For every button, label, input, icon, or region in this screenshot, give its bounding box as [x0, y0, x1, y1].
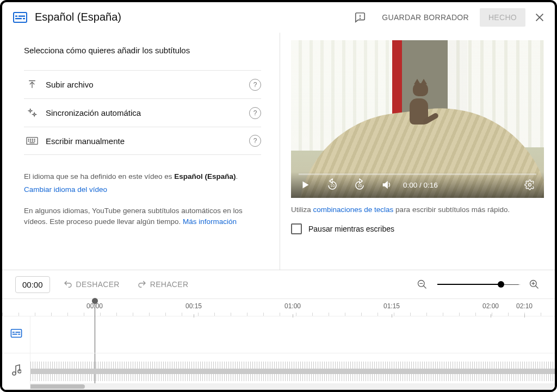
method-upload-file[interactable]: Subir archivo ?	[24, 70, 261, 98]
timeline-tick: 02:00	[482, 302, 499, 310]
method-label: Escribir manualmente	[46, 136, 249, 146]
timeline-ruler[interactable]: 00:00 00:15 01:00 01:15 02:00 02:10	[2, 299, 555, 316]
zoom-slider[interactable]	[437, 281, 519, 288]
svg-line-28	[536, 286, 539, 289]
svg-point-23	[529, 184, 531, 186]
svg-point-6	[360, 18, 361, 18]
language-title: Español (España)	[35, 11, 121, 23]
subtitles-icon	[13, 12, 27, 23]
feedback-button[interactable]	[349, 7, 371, 28]
header: Español (España) GUARDAR BORRADOR HECHO	[2, 2, 555, 33]
video-preview[interactable]: 10 10 0:00 / 0:16	[291, 40, 544, 198]
svg-point-13	[30, 139, 31, 140]
svg-rect-4	[18, 15, 25, 16]
right-panel: 10 10 0:00 / 0:16 Utiliza combinaciones …	[280, 33, 555, 270]
upload-icon	[24, 79, 40, 90]
svg-point-15	[34, 139, 35, 140]
done-button[interactable]: HECHO	[480, 8, 525, 27]
method-auto-sync[interactable]: Sincronización automática ?	[24, 98, 261, 127]
more-info-link[interactable]: Más información	[183, 217, 237, 226]
timeline[interactable]: 00:00 00:15 01:00 01:15 02:00 02:10	[2, 298, 555, 390]
horizontal-scrollbar[interactable]	[2, 383, 555, 390]
pause-while-typing-checkbox[interactable]	[291, 223, 302, 234]
svg-text:10: 10	[357, 184, 362, 188]
video-time: 0:00 / 0:16	[403, 181, 438, 189]
change-language-link[interactable]: Cambiar idioma del vídeo	[24, 184, 261, 195]
svg-point-17	[30, 141, 31, 141]
subtitle-track-row[interactable]	[30, 316, 555, 353]
forward-10-icon[interactable]: 10	[351, 176, 368, 194]
timeline-tick: 00:15	[185, 302, 202, 310]
timeline-tick: 01:00	[284, 302, 301, 310]
close-button[interactable]	[529, 7, 550, 28]
keyboard-shortcuts-link[interactable]: combinaciones de teclas	[313, 206, 394, 214]
undo-button[interactable]: DESHACER	[59, 276, 124, 293]
timeline-tick: 02:10	[516, 302, 533, 310]
svg-rect-2	[23, 18, 25, 19]
method-type-manually[interactable]: Escribir manualmente ?	[24, 127, 261, 155]
volume-icon[interactable]	[378, 176, 395, 194]
settings-gear-icon[interactable]	[521, 176, 539, 194]
svg-point-19	[34, 141, 35, 141]
help-icon[interactable]: ?	[249, 135, 261, 147]
auto-subtitles-info: En algunos idiomas, YouTube genera subtí…	[24, 206, 261, 228]
svg-point-14	[32, 139, 33, 140]
play-icon[interactable]	[296, 176, 314, 194]
svg-text:10: 10	[330, 184, 335, 188]
left-panel: Selecciona cómo quieres añadir los subtí…	[2, 33, 280, 270]
svg-rect-0	[14, 13, 27, 22]
help-icon[interactable]: ?	[249, 79, 261, 91]
svg-line-25	[424, 286, 426, 289]
svg-rect-32	[12, 334, 17, 335]
svg-rect-31	[11, 329, 21, 337]
keyboard-hint: Utiliza combinaciones de teclas para esc…	[280, 198, 555, 216]
subtitles-track-icon[interactable]	[10, 329, 22, 340]
rewind-10-icon[interactable]: 10	[324, 176, 341, 194]
svg-point-16	[28, 141, 29, 141]
timeline-tick: 01:15	[383, 302, 400, 310]
redo-button[interactable]: REHACER	[133, 276, 193, 293]
audio-track-icon[interactable]	[11, 364, 21, 378]
sparkle-icon	[24, 108, 40, 119]
svg-point-36	[13, 372, 16, 375]
svg-rect-35	[15, 332, 20, 333]
selection-header: Selecciona cómo quieres añadir los subtí…	[24, 46, 261, 55]
keyboard-icon	[24, 136, 40, 145]
timeline-toolbar: 00:00 DESHACER REHACER	[2, 270, 555, 298]
svg-rect-3	[15, 15, 17, 16]
save-draft-button[interactable]: GUARDAR BORRADOR	[374, 9, 476, 26]
language-info-text: El idioma que se ha definido en este víd…	[24, 171, 261, 196]
zoom-in-icon[interactable]	[527, 277, 542, 292]
help-icon[interactable]: ?	[249, 107, 261, 119]
pause-while-typing-label: Pausar mientras escribes	[308, 225, 394, 233]
svg-rect-33	[18, 334, 20, 335]
svg-rect-1	[15, 18, 22, 19]
svg-rect-34	[12, 332, 14, 333]
svg-point-18	[32, 141, 33, 141]
method-label: Subir archivo	[46, 80, 249, 89]
zoom-out-icon[interactable]	[414, 277, 430, 292]
svg-point-12	[28, 139, 29, 140]
current-time-input[interactable]: 00:00	[15, 276, 50, 293]
method-label: Sincronización automática	[46, 108, 249, 117]
